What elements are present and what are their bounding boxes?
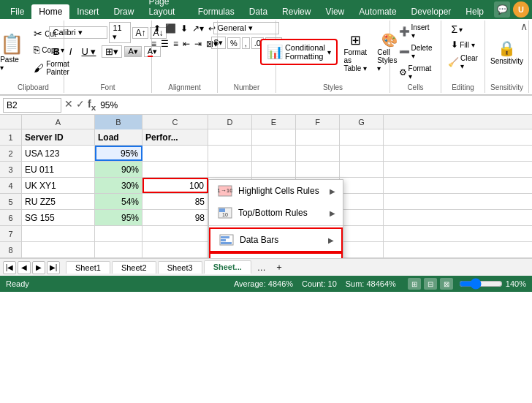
percent-button[interactable]: % [227,37,240,49]
col-header-b[interactable]: B [95,115,142,129]
cell-a3[interactable]: EU 011 [22,162,95,177]
tab-developer[interactable]: Developer [404,4,459,19]
user-avatar[interactable]: U [513,1,529,18]
tab-pagelayout[interactable]: Page Layout [141,0,190,19]
italic-button[interactable]: I [66,45,76,58]
tab-review[interactable]: Review [275,4,318,19]
align-left-button[interactable]: ≡ [150,37,158,50]
confirm-formula-icon[interactable]: ✓ [76,98,85,112]
cell-e3[interactable] [252,162,296,177]
cell-a2[interactable]: USA 123 [22,146,95,161]
tab-draw[interactable]: Draw [106,4,141,19]
tab-view[interactable]: View [318,4,352,19]
cell-d2[interactable] [208,146,252,161]
border-button[interactable]: ⊞▾ [102,45,122,58]
menu-item-color-scales[interactable]: Color Scales ▶ [209,252,343,258]
collapse-ribbon-button[interactable]: ∧ [516,19,532,34]
tab-formulas[interactable]: Formulas [191,4,242,19]
tab-data[interactable]: Data [242,4,275,19]
sheet-tab-active[interactable]: Sheet... [204,260,251,274]
orientation-button[interactable]: ↗▾ [191,22,205,35]
increase-indent-button[interactable]: ⇥ [193,37,203,50]
sheet-tab-sheet3[interactable]: Sheet3 [158,261,202,274]
underline-button[interactable]: U ▾ [77,45,99,58]
font-name-selector[interactable]: Calibri ▾ [49,26,107,39]
cell-b5[interactable]: 54% [95,194,142,209]
tab-help[interactable]: Help [458,4,491,19]
cell-g6[interactable] [340,210,384,225]
cell-c1[interactable]: Perfor... [142,129,208,145]
cell-c4[interactable]: 100 [142,178,208,193]
delete-cells-button[interactable]: ➖Delete ▾ [395,42,437,61]
tab-home[interactable]: Home [31,4,69,19]
sheet-tab-more[interactable]: … [253,261,270,274]
col-header-d[interactable]: D [208,115,252,129]
cancel-formula-icon[interactable]: ✕ [64,98,73,112]
cell-b1[interactable]: Load [95,129,142,145]
cell-reference-input[interactable] [3,98,61,113]
cell-a1[interactable]: Server ID [22,129,95,145]
menu-item-data-bars[interactable]: Data Bars ▶ [209,227,343,252]
sheet-nav-last[interactable]: ▶| [47,261,60,274]
zoom-slider[interactable] [459,278,503,290]
align-middle-button[interactable]: ⬛ [164,22,178,35]
cell-a5[interactable]: RU ZZ5 [22,194,95,209]
paste-button[interactable]: 📋 Paste ▾ [0,30,29,75]
autosum-button[interactable]: Σ▾ [449,22,478,37]
comma-button[interactable]: , [242,37,250,49]
cell-e2[interactable] [252,146,296,161]
cell-g3[interactable] [340,162,384,177]
cell-b2[interactable]: 95% [95,146,142,161]
col-header-a[interactable]: A [22,115,95,129]
cell-a7[interactable] [22,226,95,241]
cell-g7[interactable] [340,226,384,241]
cell-a4[interactable]: UK XY1 [22,178,95,193]
page-layout-view-button[interactable]: ⊟ [424,278,437,290]
cell-f3[interactable] [296,162,340,177]
conditional-formatting-button[interactable]: 📊 Conditional Formatting ▾ [260,39,338,65]
cell-d3[interactable] [208,162,252,177]
page-break-view-button[interactable]: ⊠ [440,278,453,290]
cell-c5[interactable]: 85 [142,194,208,209]
cell-g4[interactable] [340,178,384,193]
col-header-g[interactable]: G [340,115,384,129]
tab-insert[interactable]: Insert [69,4,106,19]
cell-b8[interactable] [95,242,142,257]
format-as-table-button[interactable]: ⊞ Format asTable ▾ [341,30,370,75]
cell-c3[interactable] [142,162,208,177]
format-cells-button[interactable]: ⚙Format ▾ [395,63,437,82]
cell-c2[interactable] [142,146,208,161]
fill-button[interactable]: ⬇Fill ▾ [448,38,478,51]
increase-font-button[interactable]: A↑ [132,27,148,39]
cell-b6[interactable]: 95% [95,210,142,225]
fill-color-button[interactable]: A▾ [124,46,141,57]
align-center-button[interactable]: ☰ [159,37,170,50]
font-size-selector[interactable]: 11 ▾ [109,22,131,43]
cell-c6[interactable]: 98 [142,210,208,225]
cell-f2[interactable] [296,146,340,161]
decrease-indent-button[interactable]: ⇤ [181,37,191,50]
formula-input[interactable] [99,99,529,112]
align-bottom-button[interactable]: ⬇ [179,22,189,35]
cell-c7[interactable] [142,226,208,241]
cell-a8[interactable] [22,242,95,257]
sheet-nav-first[interactable]: |◀ [3,261,16,274]
cell-b3[interactable]: 90% [95,162,142,177]
cell-g2[interactable] [340,146,384,161]
clear-button[interactable]: 🧹Clear ▾ [445,53,481,72]
sheet-nav-next[interactable]: ▶ [32,261,45,274]
sheet-tab-sheet1[interactable]: Sheet1 [66,261,110,274]
bold-button[interactable]: B [49,45,63,58]
add-sheet-button[interactable]: ＋ [270,260,288,275]
align-top-button[interactable]: ⬆ [152,22,162,35]
col-header-f[interactable]: F [296,115,340,129]
sensitivity-button[interactable]: 🔒 Sensitivity [486,37,528,67]
cell-d1[interactable] [208,129,252,145]
cell-c8[interactable] [142,242,208,257]
menu-item-highlight-cells[interactable]: 1→10 Highlight Cells Rules ▶ [209,180,343,202]
insert-function-icon[interactable]: fx [88,98,96,112]
cell-g5[interactable] [340,194,384,209]
cell-b4[interactable]: 30% [95,178,142,193]
insert-cells-button[interactable]: ➕Insert ▾ [395,22,437,41]
menu-item-top-bottom[interactable]: 10 Top/Bottom Rules ▶ [209,202,343,224]
